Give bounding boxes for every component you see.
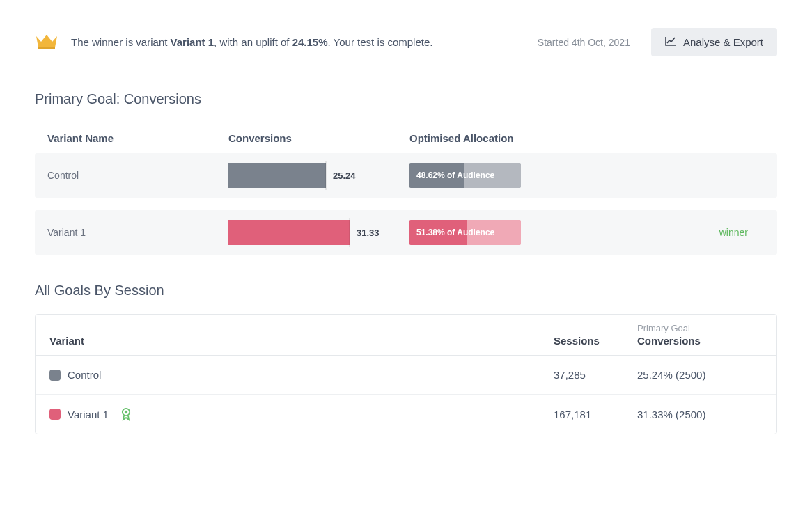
primary-goal-title: Primary Goal: Conversions <box>35 91 777 107</box>
winner-label: winner <box>611 227 765 238</box>
variant-name: Control <box>68 369 101 381</box>
variant-cell: Control <box>49 369 554 381</box>
winner-ribbon-icon <box>120 407 132 421</box>
all-goals-header-row: Variant Sessions Primary Goal Conversion… <box>36 315 776 356</box>
variant-name: Variant 1 <box>47 227 228 238</box>
pg-value: 25.24% (2500) <box>637 369 763 381</box>
winner-variant-name: Variant 1 <box>171 36 214 48</box>
sessions-value: 37,285 <box>554 369 637 381</box>
winner-suffix: . Your test is complete. <box>328 36 433 48</box>
col-conversions: Conversions <box>228 132 409 144</box>
winner-uplift: 24.15% <box>292 36 328 48</box>
sessions-value: 167,181 <box>554 409 637 420</box>
all-goals-title: All Goals By Session <box>35 283 777 299</box>
started-date: Started 4th Oct, 2021 <box>538 37 630 48</box>
allocation-text: 51.38% of Audience <box>409 228 494 237</box>
conversions-cell: 25.24 <box>228 163 409 188</box>
winner-prefix: The winner is variant <box>71 36 171 48</box>
allocation-cell: 48.62% of Audience <box>409 163 611 188</box>
svg-rect-0 <box>38 47 55 49</box>
conversion-value: 25.24 <box>333 171 356 181</box>
primary-goal-row-control: Control 25.24 48.62% of Audience <box>35 153 777 198</box>
variant-name: Variant 1 <box>68 409 109 420</box>
col-pg-main: Conversions <box>637 335 701 347</box>
color-swatch-icon <box>49 370 61 381</box>
variant-name: Control <box>47 170 228 181</box>
allocation-text: 48.62% of Audience <box>409 171 494 180</box>
all-goals-table: Variant Sessions Primary Goal Conversion… <box>35 314 777 434</box>
winner-summary-text: The winner is variant Variant 1, with an… <box>71 36 525 48</box>
all-goals-row-control: Control 37,285 25.24% (2500) <box>36 356 776 395</box>
allocation-bar: 48.62% of Audience <box>409 163 521 188</box>
conversion-bar <box>228 163 326 188</box>
chart-line-icon <box>665 36 676 48</box>
primary-goal-table: Variant Name Conversions Optimised Alloc… <box>35 122 777 255</box>
primary-goal-row-variant1: Variant 1 31.33 51.38% of Audience winne… <box>35 210 777 255</box>
col-variant: Variant <box>49 335 554 347</box>
col-allocation: Optimised Allocation <box>409 132 611 144</box>
col-pg-sup: Primary Goal <box>637 323 763 333</box>
winner-mid: , with an uplift of <box>214 36 292 48</box>
color-swatch-icon <box>49 409 61 420</box>
col-sessions: Sessions <box>554 335 637 347</box>
primary-goal-header-row: Variant Name Conversions Optimised Alloc… <box>35 122 777 153</box>
svg-point-2 <box>125 411 127 413</box>
result-header: The winner is variant Variant 1, with an… <box>35 28 777 56</box>
conversion-value: 31.33 <box>357 228 380 238</box>
conversion-bar <box>228 220 350 245</box>
pg-value: 31.33% (2500) <box>637 409 763 420</box>
conversions-cell: 31.33 <box>228 220 409 245</box>
variant-cell: Variant 1 <box>49 407 554 421</box>
all-goals-row-variant1: Variant 1 167,181 31.33% (2500) <box>36 395 776 434</box>
crown-icon <box>35 32 58 53</box>
analyse-export-label: Analyse & Export <box>683 36 763 48</box>
allocation-cell: 51.38% of Audience <box>409 220 611 245</box>
allocation-bar: 51.38% of Audience <box>409 220 521 245</box>
col-primary-goal: Primary Goal Conversions <box>637 323 763 347</box>
col-variant-name: Variant Name <box>47 132 228 144</box>
analyse-export-button[interactable]: Analyse & Export <box>651 28 777 56</box>
